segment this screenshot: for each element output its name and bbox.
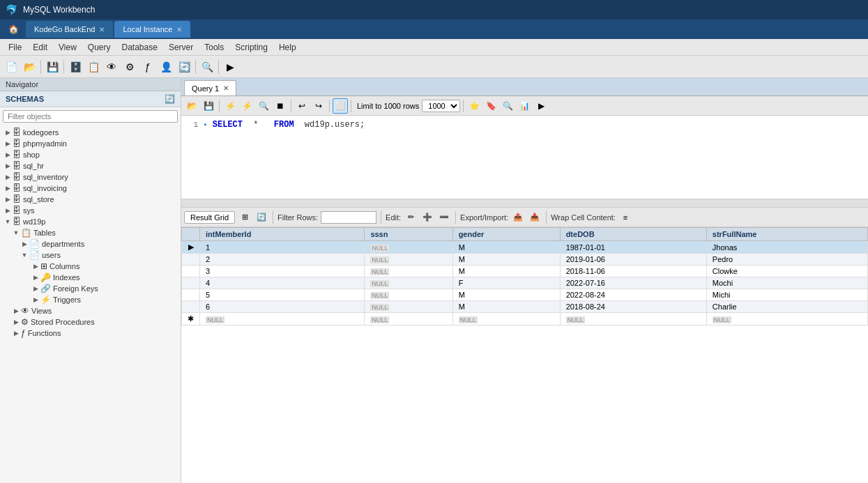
new-row[interactable]: ✱ NULL NULL NULL NULL NULL (182, 313, 868, 325)
sql-undo-btn[interactable]: ↩ (294, 98, 310, 114)
stored-procedures-node[interactable]: ▶ ⚙ Stored Procedures (0, 316, 181, 328)
home-tab[interactable]: 🏠 (3, 21, 24, 38)
import-btn[interactable]: 📥 (528, 210, 542, 224)
views-label: Views (31, 307, 52, 315)
table-row[interactable]: ▶ 1 NULL M 1987-01-01 Jhonas (182, 241, 868, 254)
toolbar-open-file-btn[interactable]: 📂 (21, 59, 38, 75)
table-row[interactable]: 5 NULL M 2022-08-24 Michi (182, 289, 868, 301)
main-toolbar: 📄 📂 💾 🗄️ 📋 👁 ⚙ ƒ 👤 🔄 🔍 ▶ (0, 56, 868, 78)
schema-sql-store[interactable]: ▶ 🗄 sql_store (0, 194, 181, 205)
toolbar-new-file-btn[interactable]: 📄 (3, 59, 20, 75)
toolbar-table-btn[interactable]: 📋 (85, 59, 102, 75)
schema-phpmyadmin[interactable]: ▶ 🗄 phpmyadmin (0, 138, 181, 149)
filter-objects-input[interactable] (3, 110, 178, 123)
local-instance-tab-close[interactable]: ✕ (176, 26, 182, 33)
cell-strfullname: Mochi (706, 277, 867, 289)
indexes-node[interactable]: ▶ 🔑 Indexes (0, 272, 181, 283)
export-btn[interactable]: 📤 (511, 210, 525, 224)
menu-file[interactable]: File (3, 41, 27, 54)
sql-editor[interactable]: 1 ● SELECT * FROM wd19p.users; (181, 116, 868, 199)
results-toolbar: Result Grid ⊞ 🔄 Filter Rows: Edit: ✏ ➕ ➖… (181, 208, 868, 227)
result-grid-tab[interactable]: Result Grid (184, 211, 235, 224)
schema-shop[interactable]: ▶ 🗄 shop (0, 149, 181, 160)
menu-edit[interactable]: Edit (27, 41, 53, 54)
results-toolbar-sep-4 (546, 211, 547, 224)
col-header-strfullname[interactable]: strFullName (706, 228, 867, 241)
schema-wd19p[interactable]: ▼ 🗄 wd19p (0, 216, 181, 227)
menu-tools[interactable]: Tools (199, 41, 229, 54)
table-users[interactable]: ▼ 📄 users (0, 250, 181, 261)
wrap-icon[interactable]: ≡ (618, 210, 632, 224)
chevron-right-icon: ▶ (20, 240, 29, 247)
sql-stop-btn[interactable]: ⏹ (273, 98, 288, 114)
edit-pencil-btn[interactable]: ✏ (404, 210, 418, 224)
query-tab-1-close[interactable]: ✕ (223, 84, 229, 92)
views-node[interactable]: ▶ 👁 Views (0, 305, 181, 316)
sql-execute-btn[interactable]: ⚡ (222, 98, 238, 114)
toolbar-view-btn[interactable]: 👁 (103, 59, 120, 75)
data-table-wrapper[interactable]: intMemberId sssn gender dteDOB strFullNa… (181, 227, 868, 483)
toolbar-search-btn[interactable]: 🔍 (199, 59, 215, 75)
sql-redo-btn[interactable]: ↪ (311, 98, 326, 114)
kodego-tab-close[interactable]: ✕ (99, 26, 105, 33)
table-row[interactable]: 6 NULL M 2018-08-24 Charlie (182, 301, 868, 313)
sql-explain-btn[interactable]: 🔍 (256, 98, 271, 114)
schemas-refresh-icon[interactable]: 🔄 (165, 94, 175, 104)
query-tab-1[interactable]: Query 1 ✕ (184, 80, 236, 95)
schema-kodegoers[interactable]: ▶ 🗄 kodegoers (0, 127, 181, 138)
horizontal-scrollbar[interactable] (181, 199, 868, 208)
filter-rows-input[interactable] (321, 211, 376, 224)
edit-add-btn[interactable]: ➕ (420, 210, 434, 224)
sql-toggle-btn[interactable]: ⬜ (333, 98, 348, 114)
menu-scripting[interactable]: Scripting (229, 41, 273, 54)
col-header-sssn[interactable]: sssn (365, 228, 452, 241)
sql-more-btn[interactable]: ▶ (533, 98, 549, 114)
menu-server[interactable]: Server (163, 41, 199, 54)
navigator-label: Navigator (6, 80, 38, 89)
kodego-tab[interactable]: KodeGo BackEnd ✕ (26, 21, 113, 38)
schema-sys[interactable]: ▶ 🗄 sys (0, 205, 181, 216)
triggers-node[interactable]: ▶ ⚡ Triggers (0, 294, 181, 305)
toolbar-proc-btn[interactable]: ⚙ (121, 59, 138, 75)
results-refresh-btn[interactable]: 🔄 (254, 210, 268, 224)
schema-sql-hr[interactable]: ▶ 🗄 sql_hr (0, 160, 181, 171)
functions-node[interactable]: ▶ ƒ Functions (0, 328, 181, 339)
col-header-gender[interactable]: gender (452, 228, 560, 241)
tables-node[interactable]: ▼ 📋 Tables (0, 227, 181, 238)
toolbar-func-btn[interactable]: ƒ (139, 59, 156, 75)
limit-dropdown[interactable]: 1000 200 500 5000 (422, 100, 460, 112)
schema-sql-inventory[interactable]: ▶ 🗄 sql_inventory (0, 171, 181, 183)
local-instance-tab[interactable]: Local Instance ✕ (114, 21, 190, 38)
toolbar-schema-btn[interactable]: 🗄️ (67, 59, 84, 75)
schema-icon: 🗄 (13, 161, 21, 171)
sql-format-btn[interactable]: 📊 (517, 98, 532, 114)
edit-delete-btn[interactable]: ➖ (437, 210, 451, 224)
col-header-intmemberid[interactable]: intMemberId (200, 228, 365, 241)
toolbar-user-btn[interactable]: 👤 (158, 59, 174, 75)
schema-icon: 🗄 (13, 150, 21, 160)
sql-open-btn[interactable]: 📂 (184, 98, 199, 114)
menu-help[interactable]: Help (273, 41, 302, 54)
table-row[interactable]: 4 NULL F 2022-07-16 Mochi (182, 277, 868, 289)
toolbar-execute-btn[interactable]: ▶ (222, 59, 238, 75)
menu-database[interactable]: Database (116, 41, 163, 54)
sql-execute-selected-btn[interactable]: ⚡ (239, 98, 254, 114)
table-row[interactable]: 2 NULL M 2019-01-06 Pedro (182, 254, 868, 266)
sql-zoom-btn[interactable]: 🔍 (500, 98, 515, 114)
table-row[interactable]: 3 NULL M 2018-11-06 Clowke (182, 266, 868, 277)
menu-view[interactable]: View (53, 41, 82, 54)
toolbar-refresh-btn[interactable]: 🔄 (176, 59, 192, 75)
menu-query[interactable]: Query (82, 41, 116, 54)
schema-sql-invoicing[interactable]: ▶ 🗄 sql_invoicing (0, 183, 181, 194)
foreign-keys-node[interactable]: ▶ 🔗 Foreign Keys (0, 283, 181, 294)
schema-icon: 🗄 (13, 217, 21, 227)
results-grid-icon[interactable]: ⊞ (238, 210, 252, 224)
toolbar-save-btn[interactable]: 💾 (44, 59, 61, 75)
sql-bookmark-btn[interactable]: 🔖 (483, 98, 498, 114)
table-departments[interactable]: ▶ 📄 departments (0, 238, 181, 250)
sql-star-btn[interactable]: ⭐ (466, 98, 482, 114)
columns-node[interactable]: ▶ ⊞ Columns (0, 261, 181, 272)
triggers-label: Triggers (53, 296, 81, 304)
sql-save-btn[interactable]: 💾 (201, 98, 216, 114)
col-header-dtedob[interactable]: dteDOB (560, 228, 706, 241)
